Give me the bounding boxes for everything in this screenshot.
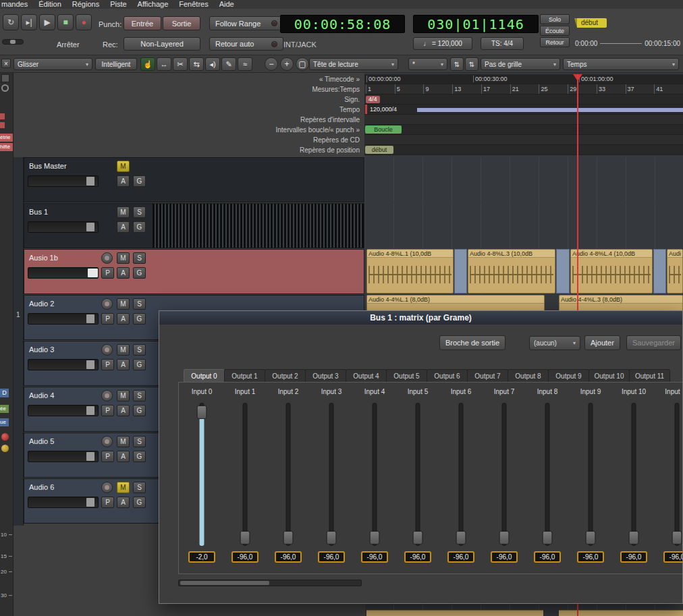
grab-tool-icon[interactable]: ☝ [140,57,155,71]
mute-button[interactable]: M [117,252,130,264]
playlist-button[interactable]: P [101,405,114,416]
scrollbar-thumb[interactable] [180,581,269,585]
location-marker[interactable]: début [365,146,393,154]
ruler-label[interactable]: Intervalles boucle/« punch » [0,125,363,135]
track-name[interactable]: Bus Master [29,162,67,170]
gain-value-field[interactable]: -96,0 [231,551,258,563]
sync-source-label[interactable]: INT/JACK [283,40,317,49]
output-tab[interactable]: Output 2 [265,369,306,382]
output-pin-button[interactable]: Broche de sortie [439,335,506,350]
group-button[interactable]: G [133,359,146,370]
ruler-label[interactable]: « Timecode » [0,74,363,84]
close-icon[interactable]: × [1,59,11,68]
gain-value-field[interactable]: -96,0 [534,551,561,563]
fader-handle[interactable] [86,360,94,369]
menu-item[interactable]: Piste [105,0,132,9]
group-button[interactable]: G [133,313,146,325]
draw-tool-icon[interactable]: ✎ [221,57,236,71]
fader-groove[interactable] [459,403,464,546]
fader-groove[interactable] [416,403,420,546]
monitor-button[interactable]: Retour [540,37,570,47]
strip-chip[interactable]: ée [0,405,9,413]
output-tab[interactable]: Output 6 [427,369,468,382]
mute-button[interactable]: M [117,161,130,172]
mute-led-icon[interactable] [1,445,9,452]
record-arm-icon[interactable] [101,298,113,310]
gain-value-field[interactable]: -96,0 [491,551,518,563]
fader-groove[interactable] [545,403,550,546]
loop-button[interactable]: ↻ [3,14,19,30]
shuttle-thumb[interactable] [10,40,16,44]
fader-handle[interactable] [86,314,94,323]
solo-button[interactable]: S [133,390,146,401]
add-button[interactable]: Ajouter [584,335,620,350]
gain-value-field[interactable]: -96,0 [361,551,388,563]
gain-fader[interactable] [28,405,99,416]
gain-fader[interactable] [28,451,99,462]
tempo-curve-line[interactable] [417,108,683,112]
record-arm-icon[interactable] [101,482,113,493]
strip-chip[interactable]: ue [0,418,9,426]
smart-mode-button[interactable]: Intelligent [95,58,137,70]
fader-handle[interactable] [86,177,94,186]
zoom-fit-icon[interactable]: ▢ [296,57,309,71]
solo-button[interactable]: S [133,482,146,493]
gain-fader[interactable] [28,175,99,187]
preset-combo[interactable]: (aucun)▾ [529,336,580,350]
lane-bus-1[interactable] [364,203,683,248]
mute-button[interactable]: M [117,390,130,401]
play-range-button[interactable]: ▸| [21,14,37,30]
gain-value-field[interactable]: -2,0 [188,551,215,563]
automation-button[interactable]: A [117,175,130,187]
menu-item[interactable]: Aide [214,0,240,9]
record-arm-icon[interactable] [101,344,113,356]
loop-range-marker[interactable]: Boucle [365,125,402,134]
tempo-button[interactable]: ♩ = 120,000 [413,37,472,50]
output-tab[interactable]: Output 0 [184,369,225,382]
fader-handle[interactable] [370,531,380,544]
track-name[interactable]: Ausio 1b [29,254,58,262]
output-tab[interactable]: Output 3 [305,369,346,382]
cut-tool-icon[interactable]: ✂ [173,57,188,71]
automation-button[interactable]: A [117,313,130,325]
grid-unit-combo[interactable]: Temps▾ [563,58,679,70]
ruler-location-markers[interactable]: début [364,145,683,155]
punch-in-button[interactable]: Entrée [124,16,161,30]
track-header-bus-1[interactable]: Bus 1 M S A G [24,203,364,248]
group-button[interactable]: G [133,221,146,233]
output-tab[interactable]: Output 8 [508,369,549,382]
range-start[interactable]: 0:00:00 [575,40,597,47]
record-button[interactable]: ● [76,14,92,30]
ruler-cd-markers[interactable] [364,135,683,145]
fader-handle[interactable] [672,531,682,544]
record-mode-button[interactable]: Non-Layered [124,37,200,51]
solo-button[interactable]: S [133,436,146,447]
menu-item[interactable]: Affichage [132,0,174,9]
marker-flag[interactable]: début [577,18,607,28]
solo-button[interactable]: S [133,344,146,356]
ruler-label[interactable]: Repères d'intervalle [0,115,363,125]
contents-tool-icon[interactable]: ≈ [238,57,252,71]
marker-combo[interactable]: *▾ [408,58,447,70]
mute-button[interactable]: M [117,298,130,310]
automation-button[interactable]: A [117,451,130,462]
fader-handle[interactable] [327,531,337,544]
fader-handle[interactable] [86,406,94,415]
fader-groove[interactable] [286,403,291,546]
fader-handle[interactable] [586,531,596,544]
fader-groove[interactable] [589,403,593,546]
mute-button[interactable]: M [117,206,130,218]
group-button[interactable]: G [133,451,146,462]
lane-ausio-1b[interactable]: Audio 4-8%L.1 (10,0dB Audio 4-8%L.3 (10,… [364,249,683,294]
follow-range-button[interactable]: Follow Range [209,16,283,30]
output-tab[interactable]: Output 7 [467,369,508,382]
monitor-button[interactable]: Solo [540,14,570,24]
zoom-in-icon[interactable]: + [280,57,294,71]
crossfade-region[interactable] [556,249,570,293]
fader-groove[interactable] [243,403,248,546]
track-name[interactable]: Audio 6 [29,483,54,491]
fader-handle[interactable] [88,269,98,277]
playlist-button[interactable]: P [101,359,114,370]
range-tool-icon[interactable]: ↔ [157,57,171,71]
ruler-tempo[interactable]: 120,000/4 [364,105,683,115]
